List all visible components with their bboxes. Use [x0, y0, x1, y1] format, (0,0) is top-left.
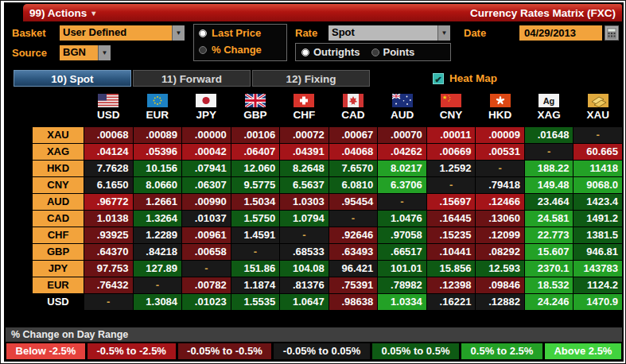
rate-cell-usd-usd[interactable]: - — [84, 294, 133, 310]
rate-cell-chf-eur[interactable]: 1.2289 — [134, 227, 182, 243]
actions-menu-button[interactable]: 99) Actions ▾ — [29, 7, 95, 19]
rate-cell-aud-jpy[interactable]: .00990 — [182, 194, 231, 210]
rate-cell-cad-cad[interactable]: - — [329, 211, 378, 227]
rate-cell-jpy-aud[interactable]: 101.01 — [378, 261, 426, 277]
chevron-down-icon[interactable]: ▼ — [172, 25, 185, 41]
rate-cell-eur-usd[interactable]: .76432 — [84, 277, 133, 293]
rate-cell-jpy-xau[interactable]: 143783 — [574, 261, 622, 277]
rate-cell-gbp-chf[interactable]: .68533 — [280, 244, 329, 260]
rate-cell-aud-eur[interactable]: 1.2661 — [134, 194, 182, 210]
basket-select[interactable]: User Defined ▼ — [60, 25, 185, 41]
row-header-cad[interactable]: CAD — [33, 211, 84, 227]
rate-cell-xag-chf[interactable]: .04391 — [280, 144, 329, 160]
rate-cell-eur-gbp[interactable]: 1.1874 — [231, 277, 280, 293]
row-header-eur[interactable]: EUR — [33, 277, 84, 293]
row-header-xag[interactable]: XAG — [33, 144, 84, 160]
rate-cell-cny-cny[interactable]: - — [427, 177, 476, 193]
rate-cell-hkd-aud[interactable]: 8.0217 — [378, 161, 426, 176]
rate-cell-jpy-hkd[interactable]: 12.593 — [476, 261, 524, 277]
rate-cell-xag-hkd[interactable]: .00531 — [476, 144, 524, 160]
rate-cell-xau-aud[interactable]: .00070 — [378, 127, 426, 143]
row-header-gbp[interactable]: GBP — [33, 244, 84, 260]
rate-cell-cad-cny[interactable]: .16445 — [427, 211, 476, 227]
row-header-hkd[interactable]: HKD — [33, 161, 84, 176]
rate-cell-aud-usd[interactable]: .96772 — [84, 194, 133, 210]
rate-cell-usd-hkd[interactable]: .12882 — [476, 294, 524, 310]
rate-cell-hkd-xag[interactable]: 188.22 — [525, 161, 574, 176]
rate-cell-cad-usd[interactable]: 1.0138 — [84, 211, 133, 227]
column-header-jpy[interactable]: JPY — [182, 108, 231, 122]
rate-cell-eur-aud[interactable]: .78982 — [378, 277, 426, 293]
rate-cell-eur-hkd[interactable]: .09846 — [476, 277, 524, 293]
source-select[interactable]: BGN ▼ — [60, 45, 111, 60]
rate-cell-cny-gbp[interactable]: 9.5775 — [231, 177, 280, 193]
rate-cell-xau-cad[interactable]: .00067 — [329, 127, 378, 143]
rate-cell-aud-hkd[interactable]: .12466 — [476, 194, 524, 210]
rate-cell-cad-aud[interactable]: 1.0476 — [378, 211, 426, 227]
column-header-chf[interactable]: CHF — [280, 108, 329, 122]
rate-cell-cny-cad[interactable]: 6.0810 — [329, 177, 378, 193]
rate-cell-jpy-usd[interactable]: 97.753 — [84, 261, 133, 277]
rate-cell-xau-gbp[interactable]: .00106 — [231, 127, 280, 143]
tab-12-fixing[interactable]: 12) Fixing — [252, 70, 370, 87]
tab-11-forward[interactable]: 11) Forward — [133, 70, 251, 87]
date-input[interactable]: 04/29/2013 — [519, 25, 602, 41]
rate-cell-chf-xau[interactable]: 1381.5 — [574, 227, 622, 243]
rate-cell-hkd-usd[interactable]: 7.7628 — [84, 161, 133, 176]
rate-cell-hkd-cad[interactable]: 7.6570 — [329, 161, 378, 176]
rate-cell-usd-cad[interactable]: .98638 — [329, 294, 378, 310]
rate-cell-eur-jpy[interactable]: .00782 — [182, 277, 231, 293]
rate-cell-aud-cny[interactable]: .15697 — [427, 194, 476, 210]
row-header-usd[interactable]: USD — [33, 294, 84, 310]
rate-cell-cny-eur[interactable]: 8.0660 — [134, 177, 182, 193]
radio-points[interactable]: Points — [371, 46, 415, 58]
rate-cell-xau-xau[interactable]: - — [574, 127, 622, 143]
rate-cell-xau-xag[interactable]: .01648 — [525, 127, 574, 143]
rate-cell-xau-hkd[interactable]: .00009 — [476, 127, 524, 143]
rate-cell-jpy-gbp[interactable]: 151.86 — [231, 261, 280, 277]
rate-cell-cad-eur[interactable]: 1.3264 — [134, 211, 182, 227]
rate-cell-hkd-hkd[interactable]: - — [476, 161, 524, 176]
rate-cell-xag-eur[interactable]: .05396 — [134, 144, 182, 160]
column-header-usd[interactable]: USD — [84, 108, 133, 122]
rate-cell-aud-cad[interactable]: .95454 — [329, 194, 378, 210]
rate-cell-xau-cny[interactable]: .00011 — [427, 127, 476, 143]
rate-cell-xau-chf[interactable]: .00072 — [280, 127, 329, 143]
rate-cell-chf-xag[interactable]: 22.773 — [525, 227, 574, 243]
rate-cell-aud-chf[interactable]: 1.0303 — [280, 194, 329, 210]
rate-cell-cny-usd[interactable]: 6.1650 — [84, 177, 133, 193]
rate-cell-jpy-xag[interactable]: 2370.1 — [525, 261, 574, 277]
rate-cell-chf-cad[interactable]: .92646 — [329, 227, 378, 243]
column-header-xau[interactable]: XAU — [574, 108, 622, 122]
rate-cell-xag-xau[interactable]: 60.665 — [574, 144, 622, 160]
rate-cell-eur-xau[interactable]: 1124.2 — [574, 277, 622, 293]
rate-cell-gbp-cny[interactable]: .10441 — [427, 244, 476, 260]
rate-cell-hkd-jpy[interactable]: .07941 — [182, 161, 231, 176]
rate-cell-cny-hkd[interactable]: .79418 — [476, 177, 524, 193]
rate-cell-xau-eur[interactable]: .00089 — [134, 127, 182, 143]
rate-cell-xag-usd[interactable]: .04124 — [84, 144, 133, 160]
rate-cell-gbp-gbp[interactable]: - — [231, 244, 280, 260]
rate-cell-chf-chf[interactable]: - — [280, 227, 329, 243]
rate-cell-hkd-eur[interactable]: 10.156 — [134, 161, 182, 176]
rate-cell-hkd-xau[interactable]: 11418 — [574, 161, 622, 176]
rate-cell-usd-gbp[interactable]: 1.5535 — [231, 294, 280, 310]
rate-cell-cny-xag[interactable]: 149.48 — [525, 177, 574, 193]
rate-cell-gbp-xag[interactable]: 15.607 — [525, 244, 574, 260]
rate-cell-chf-gbp[interactable]: 1.4591 — [231, 227, 280, 243]
rate-cell-xag-gbp[interactable]: .06407 — [231, 144, 280, 160]
rate-cell-hkd-gbp[interactable]: 12.060 — [231, 161, 280, 176]
rate-cell-xag-aud[interactable]: .04262 — [378, 144, 426, 160]
rate-cell-cny-chf[interactable]: 6.5637 — [280, 177, 329, 193]
rate-cell-gbp-jpy[interactable]: .00658 — [182, 244, 231, 260]
rate-cell-xau-jpy[interactable]: .00000 — [182, 127, 231, 143]
rate-cell-eur-cad[interactable]: .75391 — [329, 277, 378, 293]
row-header-xau[interactable]: XAU — [33, 127, 84, 143]
rate-cell-cny-xau[interactable]: 9068.0 — [574, 177, 622, 193]
rate-cell-usd-chf[interactable]: 1.0647 — [280, 294, 329, 310]
column-header-cad[interactable]: CAD — [329, 108, 378, 122]
radio-outrights[interactable]: Outrights — [301, 46, 360, 58]
row-header-aud[interactable]: AUD — [33, 194, 84, 210]
rate-cell-usd-eur[interactable]: 1.3084 — [134, 294, 182, 310]
rate-cell-jpy-cny[interactable]: 15.856 — [427, 261, 476, 277]
